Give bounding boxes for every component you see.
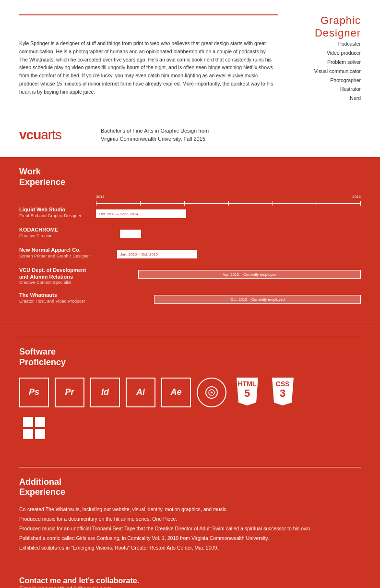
job-company: New Normal Apparel Co. bbox=[19, 247, 91, 253]
bar-label: Apr. 2015 – Currently employed bbox=[223, 272, 277, 277]
job-title: Creator, Host, and Video Producer bbox=[19, 299, 91, 304]
job-company: The Whatnauts bbox=[19, 292, 91, 298]
job-bar: Oct. 2013 – Sept. 2014 bbox=[96, 209, 186, 218]
job-info: The Whatnauts Creator, Host, and Video P… bbox=[19, 292, 96, 303]
skill-item: Podcaster bbox=[284, 39, 361, 49]
contact-info: Contact me and let's collaborate. Email:… bbox=[0, 576, 380, 588]
software-section-title: Software Proficiency bbox=[19, 347, 361, 368]
job-info: Liquid Web Studio Front End and Graphic … bbox=[19, 207, 96, 218]
software-icons: Ps Pr Id Ai Ae 5 bbox=[19, 378, 361, 443]
job-company: Liquid Web Studio bbox=[19, 207, 91, 213]
education-section: vcuarts Bachelor's of Fine Arts in Graph… bbox=[0, 117, 380, 157]
job-bar-area: Apr. 2015 – Currently employed bbox=[96, 267, 361, 282]
job-title: Front End and Graphic Designer bbox=[19, 213, 91, 218]
timeline: 2013 2016 Liquid Web Studio Front End an… bbox=[19, 195, 361, 306]
job-row: Liquid Web Studio Front End and Graphic … bbox=[19, 207, 361, 221]
year-end-label: 2016 bbox=[352, 195, 361, 199]
skill-item: Video producer bbox=[284, 49, 361, 58]
svg-text:HTML: HTML bbox=[238, 380, 256, 388]
svg-text:3: 3 bbox=[279, 387, 285, 399]
job-info: VCU Dept. of Development and Alumni Rela… bbox=[19, 267, 96, 284]
job-bar bbox=[120, 230, 141, 238]
aftereffects-icon: Ae bbox=[161, 378, 191, 407]
job-row: KODACHROME Creative Director bbox=[19, 227, 361, 241]
skill-item: Problem solver bbox=[284, 58, 361, 67]
bar-label: Oct. 2015 – Currently employed bbox=[230, 297, 285, 302]
job-company: VCU Dept. of Development and Alumni Rela… bbox=[19, 267, 91, 280]
contact-cta: Contact me and let's collaborate. bbox=[19, 576, 361, 585]
job-bar: Oct. 2015 – Currently employed bbox=[154, 295, 361, 304]
education-text: Bachelor's of Fine Arts in Graphic Desig… bbox=[101, 127, 209, 143]
additional-section-title: Additional Experience bbox=[19, 477, 361, 498]
year-start-label: 2013 bbox=[96, 195, 105, 199]
skill-item: Illustrator bbox=[284, 85, 361, 94]
section-divider bbox=[19, 467, 361, 467]
skills-list: Podcaster Video producer Problem solver … bbox=[284, 39, 361, 103]
job-info: KODACHROME Creative Director bbox=[19, 227, 96, 238]
job-title: Creative Content Specialist bbox=[19, 280, 91, 285]
school-logo: vcuarts bbox=[19, 127, 86, 143]
indesign-icon: Id bbox=[90, 378, 120, 407]
job-company: KODACHROME bbox=[19, 227, 91, 233]
apple-icon bbox=[303, 378, 333, 407]
job-row: The Whatnauts Creator, Host, and Video P… bbox=[19, 292, 361, 306]
additional-item: Exhibited sculptures in "Emerging Vision… bbox=[19, 543, 361, 553]
work-section: Work Experience 2013 2016 bbox=[0, 157, 380, 327]
contact-email: Email: kbscreative12@gmail.com bbox=[19, 585, 361, 588]
bar-label: Jan. 2015 – Oct. 2015 bbox=[120, 252, 158, 257]
skill-item: Photographer bbox=[284, 76, 361, 85]
job-bar-area: Jan. 2015 – Oct. 2015 bbox=[96, 247, 361, 261]
job-row: VCU Dept. of Development and Alumni Rela… bbox=[19, 267, 361, 286]
svg-rect-10 bbox=[35, 417, 45, 427]
additional-items: Co-created The Whatnauts, including our … bbox=[19, 505, 361, 553]
css3-icon: 3 CSS bbox=[268, 378, 297, 407]
job-title: Creative Director bbox=[19, 233, 91, 238]
skill-item: Visual communicator bbox=[284, 67, 361, 76]
html5-icon: 5 HTML bbox=[232, 378, 262, 407]
svg-text:CSS: CSS bbox=[275, 380, 289, 388]
job-title: Screen Printer and Graphic Designer bbox=[19, 254, 91, 258]
svg-rect-9 bbox=[23, 417, 33, 427]
windows-icon bbox=[19, 413, 49, 443]
job-bar: Jan. 2015 – Oct. 2015 bbox=[117, 250, 197, 258]
job-info: New Normal Apparel Co. Screen Printer an… bbox=[19, 247, 96, 258]
job-bar-area bbox=[96, 227, 361, 241]
bio-skills-row: Kyle Springer is a designer of stuff and… bbox=[19, 39, 361, 103]
section-divider bbox=[19, 337, 361, 337]
job-row: New Normal Apparel Co. Screen Printer an… bbox=[19, 247, 361, 261]
additional-item: Produced music for an unofficial Toonami… bbox=[19, 524, 361, 534]
svg-rect-12 bbox=[35, 429, 45, 439]
svg-rect-11 bbox=[23, 429, 33, 439]
work-section-title: Work Experience bbox=[19, 167, 361, 187]
additional-section: Additional Experience Co-created The Wha… bbox=[0, 457, 380, 567]
svg-point-2 bbox=[211, 392, 213, 393]
additional-item: Produced music for a documentary on the … bbox=[19, 514, 361, 524]
bio-text: Kyle Springer is a designer of stuff and… bbox=[19, 39, 274, 103]
premiere-icon: Pr bbox=[55, 378, 84, 407]
additional-item: Co-created The Whatnauts, including our … bbox=[19, 505, 361, 514]
job-bar-area: Oct. 2015 – Currently employed bbox=[96, 292, 361, 306]
skill-item: Nerd bbox=[284, 94, 361, 103]
photoshop-icon: Ps bbox=[19, 378, 49, 407]
additional-item: Published a comic called Girls are Confu… bbox=[19, 534, 361, 543]
job-bar: Apr. 2015 – Currently employed bbox=[138, 270, 361, 279]
header-divider bbox=[19, 14, 278, 15]
software-section: Software Proficiency Ps Pr Id Ai Ae bbox=[0, 327, 380, 457]
svg-text:5: 5 bbox=[244, 387, 249, 399]
name-section: Contact me and let's collaborate. Email:… bbox=[0, 567, 380, 588]
obs-icon bbox=[197, 378, 226, 407]
bar-label: Oct. 2013 – Sept. 2014 bbox=[99, 212, 138, 216]
top-section: Graphic Designer Kyle Springer is a desi… bbox=[0, 0, 380, 117]
illustrator-icon: Ai bbox=[126, 378, 155, 407]
page-title: Graphic Designer bbox=[278, 14, 361, 39]
job-bar-area: Oct. 2013 – Sept. 2014 bbox=[96, 207, 361, 221]
